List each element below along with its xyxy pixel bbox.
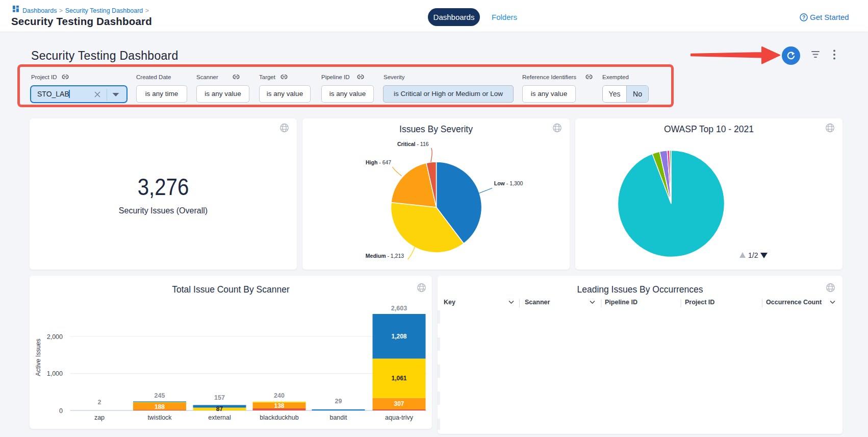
svg-text:zap: zap [94, 414, 105, 421]
svg-text:2: 2 [98, 399, 101, 406]
svg-text:Active Issues: Active Issues [35, 338, 42, 376]
svg-text:Project ID: Project ID [685, 299, 714, 306]
svg-text:aqua-trivy: aqua-trivy [385, 414, 414, 421]
svg-text:blackduckhub: blackduckhub [260, 414, 298, 421]
svg-text:Medium - 1,213: Medium - 1,213 [366, 253, 404, 259]
svg-text:1,061: 1,061 [391, 375, 406, 382]
svg-text:2,000: 2,000 [47, 333, 63, 341]
svg-text:High - 647: High - 647 [366, 159, 391, 165]
svg-text:1,208: 1,208 [391, 333, 406, 340]
svg-text:?: ? [802, 15, 805, 20]
svg-text:Occurrence Count: Occurrence Count [766, 299, 822, 306]
svg-text:2,603: 2,603 [391, 305, 407, 312]
svg-text:external: external [208, 414, 231, 421]
svg-text:Low - 1,300: Low - 1,300 [494, 180, 523, 186]
svg-text:138: 138 [274, 402, 284, 409]
svg-text:Pipeline ID: Pipeline ID [605, 299, 637, 306]
svg-text:1/2: 1/2 [748, 251, 758, 259]
svg-text:bandit: bandit [329, 414, 347, 421]
svg-text:Critical - 116: Critical - 116 [397, 141, 429, 147]
svg-text:twistlock: twistlock [147, 414, 172, 421]
svg-text:240: 240 [274, 392, 285, 399]
svg-text:29: 29 [335, 398, 342, 405]
svg-text:0: 0 [59, 407, 63, 415]
svg-text:157: 157 [214, 394, 225, 401]
svg-text:245: 245 [155, 392, 165, 399]
svg-text:87: 87 [216, 405, 223, 412]
svg-text:307: 307 [394, 400, 404, 407]
svg-text:Key: Key [444, 299, 455, 306]
svg-text:188: 188 [155, 403, 165, 410]
svg-text:Scanner: Scanner [525, 299, 550, 306]
svg-text:1,000: 1,000 [47, 370, 63, 377]
